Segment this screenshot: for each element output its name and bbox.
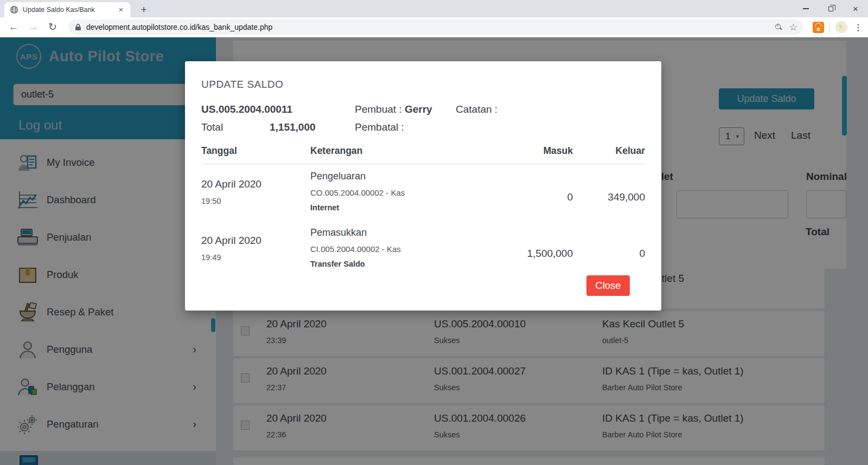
bookmark-star-icon[interactable]: ☆ (789, 23, 797, 32)
modal-total-label: Total (201, 121, 223, 133)
extension-bag-icon[interactable]: a (813, 22, 824, 33)
restore-icon (828, 7, 833, 11)
pembuat-line: Pembuat : Gerry (355, 104, 432, 115)
tab-title: Update Saldo Kas/Bank (23, 6, 116, 14)
window-close-button[interactable]: × (843, 0, 868, 17)
browser-tab[interactable]: Update Saldo Kas/Bank × (4, 2, 130, 17)
window-restore-button[interactable] (818, 0, 843, 17)
window-minimize-button[interactable] (793, 0, 818, 17)
modal-title: UPDATE SALDO (201, 79, 283, 91)
modal-close-button[interactable]: Close (586, 275, 630, 296)
modal-table: Tanggal Keterangan Masuk Keluar 20 April… (201, 145, 645, 277)
pembatal-label: Pembatal : (355, 121, 404, 133)
modal-table-header: Tanggal Keterangan Masuk Keluar (201, 145, 645, 164)
globe-favicon-icon (10, 5, 18, 14)
browser-toolbar: ← → ↻ development.autopilotstore.co.id/k… (0, 17, 868, 37)
back-button[interactable]: ← (7, 20, 21, 34)
browser-menu-kebab-icon[interactable]: ⋮ (854, 22, 863, 33)
forward-button[interactable]: → (26, 20, 40, 34)
modal-total-value: 1,151,000 (270, 121, 316, 133)
reload-button[interactable]: ↻ (46, 20, 60, 34)
close-icon: × (853, 4, 858, 14)
pembuat-value: Gerry (405, 104, 432, 115)
col-tanggal: Tanggal (201, 145, 310, 157)
zoom-icon[interactable] (775, 24, 782, 30)
col-masuk: Masuk (492, 145, 573, 157)
transaction-number: US.005.2004.00011 (201, 104, 292, 115)
catatan-label: Catatan : (456, 104, 497, 115)
col-keterangan: Keterangan (310, 145, 492, 157)
lock-icon (75, 23, 81, 31)
minimize-icon (803, 8, 809, 9)
profile-avatar[interactable] (835, 21, 847, 33)
modal-table-row: 20 April 2020 19:49 Pemasukkan CI.005.20… (201, 221, 645, 277)
address-bar[interactable]: development.autopilotstore.co.id/kas_ban… (68, 20, 803, 35)
browser-tabbar: Update Saldo Kas/Bank × + × (0, 0, 868, 17)
url-text[interactable]: development.autopilotstore.co.id/kas_ban… (86, 23, 768, 31)
update-saldo-modal: UPDATE SALDO US.005.2004.00011 Pembuat :… (185, 61, 661, 311)
tab-close-icon[interactable]: × (116, 5, 126, 15)
modal-table-row: 20 April 2020 19:50 Pengeluaran CO.005.2… (201, 164, 645, 221)
window-controls: × (793, 0, 868, 17)
new-tab-button[interactable]: + (137, 3, 151, 17)
toolbar-separator (829, 22, 830, 32)
col-keluar: Keluar (573, 145, 645, 157)
page-viewport: APS Auto Pilot Store Log out My Invoice … (0, 37, 868, 465)
